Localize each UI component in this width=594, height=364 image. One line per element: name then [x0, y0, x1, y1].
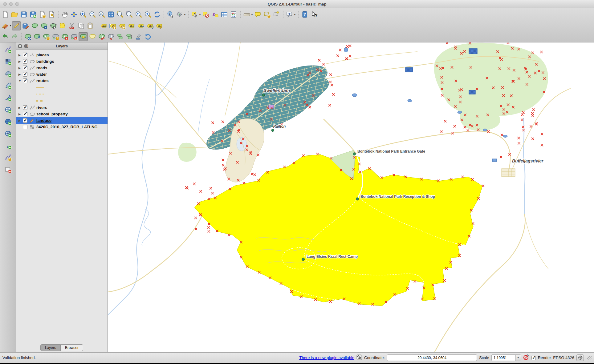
layer-item-places[interactable]: ▶places	[16, 52, 108, 58]
layer-item-buildings[interactable]: ▶buildings	[16, 58, 108, 65]
zoom-to-layer-button[interactable]	[125, 10, 134, 19]
vertex-marker-icon[interactable]	[441, 94, 443, 97]
vertex-marker-icon[interactable]	[328, 104, 331, 106]
refresh-map-button[interactable]	[153, 10, 162, 19]
vertex-marker-icon[interactable]	[331, 84, 333, 86]
add-mssql-layer-button[interactable]: +	[3, 93, 13, 102]
pan-to-selection-button[interactable]	[69, 10, 79, 19]
undo-button[interactable]	[1, 32, 10, 41]
toggle-editing-button[interactable]	[12, 21, 21, 30]
show-hidden-labels-button[interactable]: abc	[127, 21, 136, 30]
add-part-button[interactable]: *	[51, 32, 60, 41]
map-canvas[interactable]: Swellendam Railton Bontebok National Par…	[108, 42, 594, 352]
vertex-marker-icon[interactable]	[185, 186, 188, 189]
change-label-properties-button[interactable]: abc	[154, 21, 164, 30]
vertex-marker-icon[interactable]	[540, 51, 543, 53]
simplify-feature-button[interactable]	[32, 32, 42, 41]
deselect-features-button[interactable]	[201, 10, 210, 19]
vertex-marker-icon[interactable]	[346, 45, 349, 48]
vertex-marker-icon[interactable]	[517, 137, 520, 139]
identify-features-button[interactable]: i	[166, 10, 175, 19]
merge-feature-attributes-button[interactable]	[125, 32, 134, 41]
highlight-pinned-labels-button[interactable]: ab▾	[117, 21, 127, 30]
layers-tab[interactable]: Layers	[40, 344, 61, 351]
layer-visibility-checkbox[interactable]	[23, 53, 27, 57]
vertex-marker-icon[interactable]	[211, 122, 214, 124]
add-wfs-layer-button[interactable]: +	[3, 129, 13, 138]
help-contents-button[interactable]: ?	[300, 10, 309, 19]
rotate-feature-button[interactable]: ⟳	[23, 32, 32, 41]
vertex-marker-icon[interactable]	[251, 173, 253, 175]
layer-item-3420C_2010_327_RGB_LATLNG[interactable]: 3420C_2010_327_RGB_LATLNG	[16, 124, 108, 130]
zoom-in-button[interactable]	[79, 10, 88, 19]
add-spatialite-layer-button[interactable]: +	[3, 81, 13, 90]
layer-item-school_property[interactable]: ▶school_property	[16, 111, 108, 117]
vertex-marker-icon[interactable]	[507, 42, 509, 44]
vertex-marker-icon[interactable]	[454, 125, 456, 128]
layer-item-roads[interactable]: ▶roads	[16, 65, 108, 71]
reload-edits-button[interactable]	[143, 32, 153, 41]
layer-visibility-checkbox[interactable]	[23, 66, 27, 70]
disclosure-triangle[interactable]: ▶	[18, 106, 23, 109]
open-attribute-table-button[interactable]	[220, 10, 229, 19]
vertex-marker-icon[interactable]	[535, 123, 538, 125]
render-checkbox[interactable]	[531, 356, 536, 360]
whats-this-button[interactable]: ?	[309, 10, 319, 19]
run-feature-action-button[interactable]	[175, 10, 184, 19]
zoom-last-button[interactable]	[134, 10, 143, 19]
vertex-marker-icon[interactable]	[500, 156, 502, 158]
node-tool-button[interactable]	[49, 21, 58, 30]
zoom-full-extent-button[interactable]	[106, 10, 116, 19]
zoom-next-button[interactable]	[143, 10, 153, 19]
plugin-update-link[interactable]: There is a new plugin available	[299, 355, 354, 360]
layer-visibility-checkbox[interactable]	[23, 125, 27, 129]
delete-ring-button[interactable]: x	[60, 32, 69, 41]
vertex-marker-icon[interactable]	[339, 49, 341, 51]
vertex-marker-icon[interactable]	[223, 168, 226, 171]
vertex-marker-icon[interactable]	[518, 142, 520, 145]
vertex-marker-icon[interactable]	[532, 109, 535, 111]
add-ring-button[interactable]: *	[42, 32, 51, 41]
split-parts-button[interactable]	[106, 32, 116, 41]
new-bookmark-button[interactable]: *	[262, 10, 272, 19]
vertex-marker-icon[interactable]	[208, 230, 210, 233]
move-label-button[interactable]: ab	[136, 21, 145, 30]
open-project-button[interactable]	[10, 10, 19, 19]
add-postgis-layer-button[interactable]: +	[3, 69, 13, 78]
disclosure-triangle[interactable]: ▶	[18, 119, 23, 122]
cut-features-button[interactable]	[67, 21, 76, 30]
vertex-marker-icon[interactable]	[210, 187, 212, 190]
layer-item-water[interactable]: ▶water	[16, 71, 108, 78]
plugin-icon[interactable]	[356, 354, 362, 361]
title-bar[interactable]: QGIS 2.0.1-Dufour - basic_map	[0, 0, 594, 8]
layer-visibility-checkbox[interactable]	[23, 72, 27, 77]
save-project-button[interactable]	[19, 10, 28, 19]
resize-grip[interactable]	[587, 356, 592, 360]
vertex-marker-icon[interactable]	[501, 134, 503, 136]
add-wms-layer-button[interactable]: +	[3, 105, 13, 114]
vertex-marker-icon[interactable]	[309, 106, 311, 109]
stop-render-icon[interactable]	[523, 354, 529, 361]
layer-item-landuse[interactable]: ▶landuse	[16, 117, 108, 124]
vertex-marker-icon[interactable]	[318, 59, 320, 62]
paste-features-button[interactable]	[86, 21, 95, 30]
browser-tab[interactable]: Browser	[61, 344, 83, 351]
redo-button[interactable]	[10, 32, 19, 41]
layer-visibility-checkbox[interactable]	[23, 118, 27, 123]
vertex-marker-icon[interactable]	[349, 55, 351, 57]
delete-part-button[interactable]: x	[69, 32, 79, 41]
text-annotation-button[interactable]: T	[285, 10, 294, 19]
map-svg[interactable]: Swellendam Railton Bontebok National Par…	[108, 42, 594, 352]
offset-curve-button[interactable]	[88, 32, 97, 41]
vertex-marker-icon[interactable]	[530, 125, 532, 128]
layer-item-rivers[interactable]: ▶rivers	[16, 104, 108, 111]
layer-visibility-checkbox[interactable]	[23, 78, 27, 83]
scale-combo[interactable]: 1:19951 ▼	[491, 354, 521, 361]
layer-item-routes[interactable]: ▼routes	[16, 78, 108, 84]
pan-map-button[interactable]	[60, 10, 69, 19]
rotate-point-symbols-button[interactable]	[134, 32, 143, 41]
vertex-marker-icon[interactable]	[531, 138, 534, 140]
delete-selected-button[interactable]	[58, 21, 67, 30]
vertex-marker-icon[interactable]	[222, 159, 224, 161]
move-feature-button[interactable]	[39, 21, 49, 30]
